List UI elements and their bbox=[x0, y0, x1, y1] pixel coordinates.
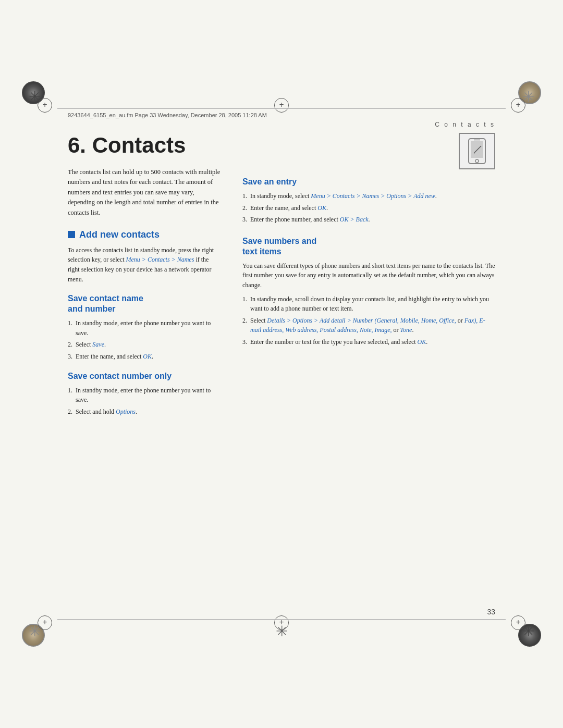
left-column: The contacts list can hold up to 500 con… bbox=[68, 167, 222, 418]
list-item: 3. Enter the number or text for the type… bbox=[242, 337, 495, 347]
add-new-contacts-heading: Add new contacts bbox=[68, 229, 222, 240]
reg-mark-tc bbox=[274, 98, 289, 113]
snowflake-br: ✳ bbox=[522, 623, 534, 640]
chapter-title: 6. Contacts bbox=[68, 133, 186, 157]
list-item: 1. In standby mode, enter the phone numb… bbox=[68, 386, 222, 405]
save-contact-number-heading: Save contact number only bbox=[68, 371, 222, 381]
save-an-entry-list: 1. In standby mode, select Menu > Contac… bbox=[242, 191, 495, 225]
intro-text: The contacts list can hold up to 500 con… bbox=[68, 167, 222, 218]
save-numbers-intro: You can save different types of phone nu… bbox=[242, 261, 495, 290]
add-new-contacts-body: To access the contacts list in standby m… bbox=[68, 245, 222, 284]
header-text: 9243644_6155_en_au.fm Page 33 Wednesday,… bbox=[68, 112, 495, 118]
list-item: 2. Enter the name, and select OK. bbox=[242, 203, 495, 213]
add-new-contacts-label: Add new contacts bbox=[79, 229, 160, 240]
snowflake-tl: ✳ bbox=[29, 88, 41, 105]
snowflake-tr: ✳ bbox=[522, 88, 534, 105]
snowflake-bl: ✳ bbox=[29, 623, 41, 640]
footer-line bbox=[57, 619, 506, 620]
save-contact-number-list: 1. In standby mode, enter the phone numb… bbox=[68, 386, 222, 417]
two-column-layout: The contacts list can hold up to 500 con… bbox=[68, 167, 495, 418]
right-column: Save an entry 1. In standby mode, select… bbox=[242, 167, 495, 418]
save-contact-name-heading: Save contact nameand number bbox=[68, 293, 222, 314]
list-item: 2. Select Details > Options > Add detail… bbox=[242, 316, 495, 335]
list-item: 1. In standby mode, scroll down to displ… bbox=[242, 294, 495, 314]
main-content: 6. Contacts The c bbox=[68, 133, 495, 611]
phone-icon bbox=[459, 133, 495, 169]
list-item: 2. Select Save. bbox=[68, 340, 222, 350]
section-label: C o n t a c t s bbox=[435, 121, 495, 128]
list-item: 3. Enter the phone number, and select OK… bbox=[242, 215, 495, 225]
list-item: 1. In standby mode, enter the phone numb… bbox=[68, 318, 222, 338]
header-line bbox=[57, 108, 506, 109]
save-numbers-list: 1. In standby mode, scroll down to displ… bbox=[242, 294, 495, 347]
list-item: 2. Select and hold Options. bbox=[68, 407, 222, 417]
blue-bullet-icon bbox=[68, 231, 75, 238]
save-contact-name-list: 1. In standby mode, enter the phone numb… bbox=[68, 318, 222, 361]
save-numbers-heading: Save numbers andtext items bbox=[242, 236, 495, 257]
list-item: 3. Enter the name, and select OK. bbox=[68, 352, 222, 362]
list-item: 1. In standby mode, select Menu > Contac… bbox=[242, 191, 495, 201]
save-an-entry-heading: Save an entry bbox=[242, 177, 495, 187]
snowflake-bc: ✳ bbox=[276, 623, 288, 640]
